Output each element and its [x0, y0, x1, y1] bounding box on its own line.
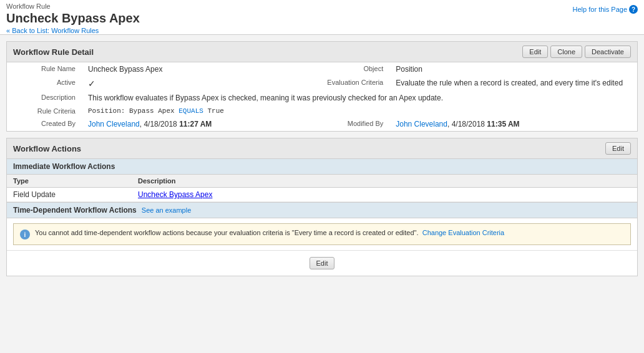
see-example-link[interactable]: See an example — [142, 206, 192, 214]
detail-table: Rule Name Uncheck Bypass Apex Object Pos… — [7, 62, 637, 131]
modified-by-date: , 4/18/2018 — [447, 120, 487, 128]
rule-criteria-keyword: EQUALS — [178, 107, 203, 115]
rule-name-label: Rule Name — [7, 62, 82, 76]
help-link[interactable]: Help for this Page ? — [573, 5, 638, 14]
info-box: i You cannot add time-dependent workflow… — [13, 223, 631, 245]
created-by-time: 11:27 AM — [179, 120, 212, 128]
deactivate-button[interactable]: Deactivate — [585, 46, 631, 58]
info-message-text: You cannot add time-dependent workflow a… — [35, 229, 419, 236]
modified-by-time: 11:35 AM — [487, 120, 519, 128]
detail-section-header: Workflow Rule Detail Edit Clone Deactiva… — [7, 42, 637, 62]
type-column-header: Type — [7, 175, 132, 188]
table-row: Created By John Cleveland, 4/18/2018 11:… — [7, 117, 637, 131]
bottom-edit-row: Edit — [7, 250, 637, 276]
row-description-link[interactable]: Uncheck Bypass Apex — [138, 190, 212, 199]
change-evaluation-link[interactable]: Change Evaluation Criteria — [422, 229, 504, 236]
title-area: Workflow Rule Uncheck Bypass Apex « Back… — [6, 2, 140, 34]
actions-section-title: Workflow Actions — [13, 144, 81, 153]
eval-criteria-label: Evaluation Criteria — [315, 76, 389, 91]
table-row: Active ✓ Evaluation Criteria Evaluate th… — [7, 76, 637, 91]
page-title: Uncheck Bypass Apex — [6, 11, 140, 26]
modified-by-value: John Cleveland, 4/18/2018 11:35 AM — [389, 117, 637, 131]
time-dep-title: Time-Dependent Workflow Actions — [13, 206, 137, 215]
help-icon: ? — [629, 5, 638, 14]
bottom-edit-button[interactable]: Edit — [310, 257, 335, 269]
detail-btn-group: Edit Clone Deactivate — [522, 46, 631, 58]
back-link[interactable]: « Back to List: Workflow Rules — [6, 27, 140, 34]
description-value: This workflow evaluates if Bypass Apex i… — [82, 91, 637, 105]
detail-section-title: Workflow Rule Detail — [13, 47, 94, 57]
table-row: Description This workflow evaluates if B… — [7, 91, 637, 105]
table-header-row: Type Description — [7, 175, 637, 188]
help-link-text: Help for this Page — [573, 6, 627, 13]
row-type: Field Update — [7, 188, 132, 202]
description-column-header: Description — [132, 175, 637, 188]
created-by-value: John Cleveland, 4/18/2018 11:27 AM — [82, 117, 290, 131]
immediate-actions-table: Type Description Field Update Uncheck By… — [7, 175, 637, 202]
active-value: ✓ — [82, 76, 290, 91]
table-row: Field Update Uncheck Bypass Apex — [7, 188, 637, 202]
help-area: Help for this Page ? — [573, 2, 638, 14]
actions-section: Workflow Actions Edit Immediate Workflow… — [6, 138, 638, 276]
time-dep-header: Time-Dependent Workflow Actions See an e… — [7, 202, 637, 218]
modified-by-link[interactable]: John Cleveland — [396, 120, 447, 128]
description-label: Description — [7, 91, 82, 105]
active-label: Active — [7, 76, 82, 91]
created-by-date: , 4/18/2018 — [140, 120, 179, 128]
rule-criteria-value: Position: Bypass Apex EQUALS True — [82, 105, 637, 117]
breadcrumb-label: Workflow Rule — [6, 2, 140, 10]
info-message: You cannot add time-dependent workflow a… — [35, 229, 504, 236]
table-row: Rule Name Uncheck Bypass Apex Object Pos… — [7, 62, 637, 76]
rule-name-value: Uncheck Bypass Apex — [82, 62, 290, 76]
created-by-label: Created By — [7, 117, 82, 131]
immediate-actions-header: Immediate Workflow Actions — [7, 159, 637, 175]
actions-section-header: Workflow Actions Edit — [7, 138, 637, 159]
rule-criteria-prefix: Position: Bypass Apex — [88, 107, 178, 115]
eval-criteria-value: Evaluate the rule when a record is creat… — [389, 76, 637, 91]
actions-edit-button[interactable]: Edit — [605, 142, 631, 155]
detail-section: Workflow Rule Detail Edit Clone Deactiva… — [6, 41, 638, 132]
object-value: Position — [389, 62, 637, 76]
top-bar: Workflow Rule Uncheck Bypass Apex « Back… — [0, 0, 644, 35]
table-row: Rule Criteria Position: Bypass Apex EQUA… — [7, 105, 637, 117]
edit-button[interactable]: Edit — [522, 46, 548, 58]
clone-button[interactable]: Clone — [550, 46, 582, 58]
row-description: Uncheck Bypass Apex — [132, 188, 637, 202]
created-by-link[interactable]: John Cleveland — [88, 120, 140, 128]
info-icon: i — [20, 230, 30, 239]
object-label: Object — [315, 62, 389, 76]
rule-criteria-label: Rule Criteria — [7, 105, 82, 117]
modified-by-label: Modified By — [315, 117, 389, 131]
rule-criteria-suffix: True — [203, 107, 224, 115]
main-content: Workflow Rule Detail Edit Clone Deactiva… — [0, 35, 644, 289]
